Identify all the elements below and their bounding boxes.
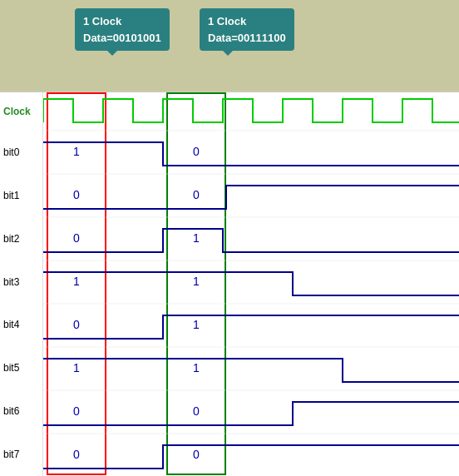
- labels-col: Clock bit0 bit1 bit2 bit3 bit4 bit5 bit6…: [0, 92, 43, 476]
- tooltip2-line1: 1 Clock: [208, 13, 286, 30]
- waveform-svg: 1 0 0 0 0 1 1 1 0 1 1 1: [43, 92, 459, 476]
- bit3-wave: [43, 272, 459, 295]
- waveform-area: 1 0 0 0 0 1 1 1 0 1 1 1: [43, 92, 459, 476]
- tooltip1-line1: 1 Clock: [83, 13, 161, 30]
- bit0-val1: 1: [73, 145, 80, 158]
- bit7-val2: 0: [193, 448, 200, 461]
- tooltip1-line2: Data=00101001: [83, 30, 161, 47]
- bit3-val1: 1: [73, 275, 80, 288]
- main-area: Clock bit0 bit1 bit2 bit3 bit4 bit5 bit6…: [0, 92, 459, 476]
- label-bit3: bit3: [0, 260, 42, 304]
- bit0-wave: [43, 142, 459, 166]
- bit6-val2: 0: [193, 404, 200, 418]
- bit7-val1: 0: [73, 448, 80, 461]
- label-bit5: bit5: [0, 346, 42, 389]
- bit7-wave: [43, 445, 459, 469]
- clock-wave: [43, 99, 459, 122]
- label-bit7: bit7: [0, 433, 42, 476]
- bit4-val1: 0: [73, 318, 80, 331]
- top-panel: 1 Clock Data=00101001 1 Clock Data=00111…: [0, 0, 459, 92]
- bit5-val1: 1: [73, 361, 80, 374]
- bit1-wave: [43, 186, 459, 209]
- tooltip-2: 1 Clock Data=00111100: [200, 8, 294, 51]
- label-bit2: bit2: [0, 217, 42, 260]
- bit2-wave: [43, 229, 459, 252]
- bit4-wave: [43, 315, 459, 339]
- bit5-wave: [43, 359, 459, 382]
- bit3-val2: 1: [193, 275, 200, 288]
- label-bit6: bit6: [0, 389, 42, 433]
- label-bit1: bit1: [0, 174, 42, 217]
- tooltip2-line2: Data=00111100: [208, 30, 286, 47]
- bit2-val1: 0: [73, 231, 80, 245]
- label-bit0: bit0: [0, 131, 42, 174]
- bit0-val2: 0: [193, 145, 200, 158]
- bit6-val1: 0: [73, 404, 80, 418]
- label-clock: Clock: [0, 92, 42, 131]
- bit6-wave: [43, 402, 459, 425]
- bit2-val2: 1: [193, 231, 200, 245]
- bit5-val2: 1: [193, 361, 200, 374]
- bit1-val2: 0: [193, 188, 200, 201]
- tooltip-1: 1 Clock Data=00101001: [75, 8, 170, 51]
- bit4-val2: 1: [193, 318, 200, 331]
- bit1-val1: 0: [73, 188, 80, 201]
- label-bit4: bit4: [0, 303, 42, 346]
